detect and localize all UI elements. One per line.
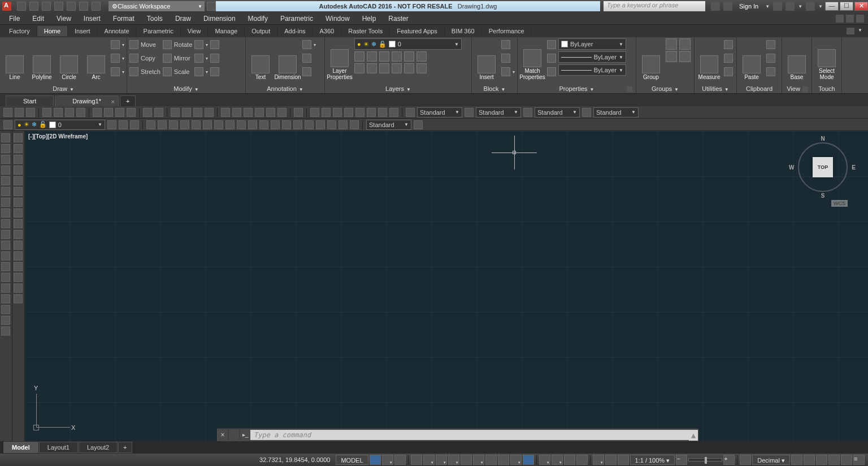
panel-draw-title[interactable]: Draw [53,85,67,92]
qat-undo-icon[interactable] [79,2,88,11]
arc-button[interactable]: Arc [84,38,108,80]
menu-edit[interactable]: Edit [27,14,50,24]
lt-arc-icon[interactable] [1,187,10,196]
sb-ortho-icon[interactable] [411,455,422,465]
view-dialog-launcher[interactable] [802,86,808,92]
sb-osnap-icon[interactable] [448,455,459,465]
menu-raster[interactable]: Raster [383,14,414,24]
doc-minimize-icon[interactable] [836,15,844,23]
annotation-style-selector[interactable]: Standard▼ [366,120,411,130]
viewcube-west[interactable]: W [789,164,794,171]
tb2-polygon-icon[interactable] [180,120,189,129]
tb-dimang-icon[interactable] [333,108,342,117]
menu-file[interactable]: File [3,14,25,24]
lt2-trim-icon[interactable] [14,230,23,239]
tb-props-icon[interactable] [221,108,230,117]
sb-snap-icon[interactable] [382,455,393,465]
minimize-button[interactable]: — [825,2,839,11]
tb2-block-icon[interactable] [282,120,291,129]
menu-insert[interactable]: Insert [78,14,106,24]
menu-parametric[interactable]: Parametric [275,14,319,24]
lt-xline-icon[interactable] [1,144,10,153]
file-tab-new[interactable]: + [120,95,136,106]
ribbon-tab-parametric[interactable]: Parametric [137,26,181,36]
sb-units-icon[interactable] [740,455,751,465]
insert-button[interactable]: Insert [474,38,499,80]
user-icon[interactable] [723,2,732,11]
tb-zoomwin-icon[interactable] [193,108,202,117]
tb2-layermatch-icon[interactable] [107,120,116,129]
table-icon[interactable] [302,54,311,63]
match-properties-button[interactable]: Match Properties [520,38,545,80]
lt2-array-icon[interactable] [14,176,23,185]
ribbon-tab-bim-360[interactable]: BIM 360 [445,26,482,36]
lt2-break-icon[interactable] [14,251,23,260]
tb-zoom-icon[interactable] [182,108,191,117]
model-space-toggle[interactable]: MODEL [336,455,368,465]
menu-modify[interactable]: Modify [242,14,274,24]
layer-toolbar-selector[interactable]: ●☀❄🔓 0 ▼ [15,120,105,130]
tb-dimarc-icon[interactable] [344,108,353,117]
lt2-chamfer-icon[interactable] [14,273,23,282]
file-tab-start[interactable]: Start [6,95,54,106]
tb-redo-icon[interactable] [154,108,163,117]
tb2-spline-icon[interactable] [237,120,246,129]
ribbon-tab-output[interactable]: Output [245,26,277,36]
tb-zoomprev-icon[interactable] [205,108,214,117]
layout-tab-layout1[interactable]: Layout1 [39,442,78,453]
lt-mtext-icon[interactable] [1,326,10,336]
group-button[interactable]: Group [639,38,663,80]
tb-toolpal-icon[interactable] [244,108,253,117]
copy-clip-icon[interactable] [766,54,775,63]
leader-icon[interactable] [302,40,311,49]
tb2-hatch-icon[interactable] [305,120,314,129]
help-icon[interactable] [806,2,815,11]
tb-plot-icon[interactable] [42,108,51,117]
layer-on-icon[interactable] [354,63,364,73]
drawing-canvas[interactable]: [-][Top][2D Wireframe] Y X TOP N S E W W… [25,131,868,441]
tb-mleaderstyle-icon[interactable] [582,108,591,117]
sb-annoauto-icon[interactable] [618,455,629,465]
tb2-layerprev-icon[interactable] [119,120,128,129]
panel-block-title[interactable]: Block [484,85,499,92]
viewcube-south[interactable]: S [821,193,825,199]
ribbon-tab-raster-tools[interactable]: Raster Tools [341,26,390,36]
properties-dialog-launcher[interactable] [627,86,632,92]
color-selector[interactable]: ByLayer▼ [558,38,626,50]
tb2-annoscale-icon[interactable] [414,120,423,129]
stretch-icon[interactable] [129,67,138,76]
ribbon-tab-view[interactable]: View [181,26,209,36]
tb2-insert-icon[interactable] [271,120,280,129]
sign-in-button[interactable]: Sign In [736,3,762,10]
sb-annoscale-icon[interactable] [576,455,588,465]
paste-special-icon[interactable] [766,67,775,76]
sb-workspace-icon[interactable] [593,455,604,465]
group-edit-icon[interactable] [679,38,691,50]
doc-restore-icon[interactable] [846,15,854,23]
base-view-button[interactable]: Base [784,38,809,80]
maximize-button[interactable]: ☐ [840,2,853,11]
tb-copy-icon[interactable] [104,108,113,117]
qat-new-icon[interactable] [17,2,26,11]
tb-new-icon[interactable] [3,108,12,117]
panel-view-title[interactable]: View [787,85,800,92]
layer-uniso-icon[interactable] [392,63,402,73]
sb-polar-icon[interactable] [423,455,435,465]
layer-off-icon[interactable] [354,51,364,62]
cloud-icon[interactable] [302,67,311,76]
lt-rect-icon[interactable] [1,176,10,185]
ribbon-tab-a360[interactable]: A360 [313,26,342,36]
close-button[interactable]: ✕ [854,2,868,11]
tb2-xline-icon[interactable] [158,120,167,129]
qat-dropdown-icon[interactable] [207,2,216,11]
tb2-mtext-icon[interactable] [350,120,359,129]
tb2-layerstate-icon[interactable] [130,120,139,129]
sb-3dosnap-icon[interactable] [461,455,472,465]
ribbon-tab-manage[interactable]: Manage [208,26,245,36]
tb2-point-icon[interactable] [293,120,302,129]
polyline-button[interactable]: Polyline [29,38,54,80]
sb-lwt-icon[interactable] [498,455,509,465]
tb-help-icon[interactable] [294,108,303,117]
tb2-circle-icon[interactable] [214,120,223,129]
ribbon-tab-factory[interactable]: Factory [2,26,37,36]
